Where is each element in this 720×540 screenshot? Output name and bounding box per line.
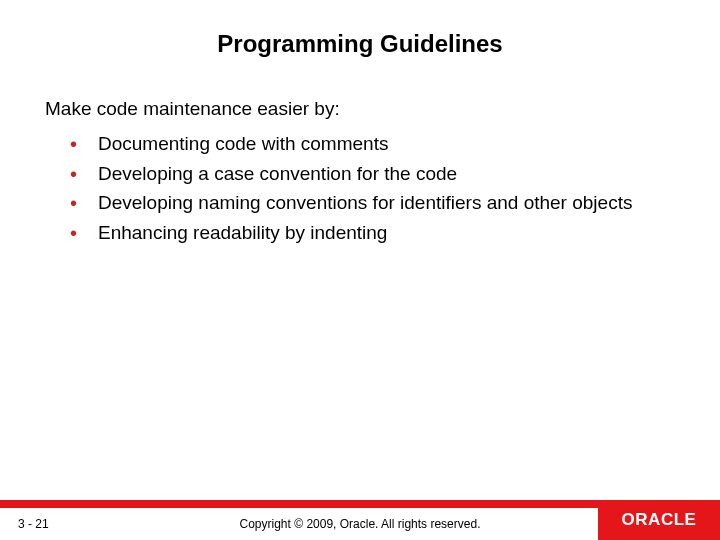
list-item: Documenting code with comments — [70, 130, 675, 158]
list-item: Developing a case convention for the cod… — [70, 160, 675, 188]
oracle-logo: ORACLE — [598, 500, 720, 540]
oracle-logo-text: ORACLE — [622, 510, 697, 530]
intro-text: Make code maintenance easier by: — [45, 98, 675, 120]
footer: 3 - 21 Copyright © 2009, Oracle. All rig… — [0, 500, 720, 540]
slide-title: Programming Guidelines — [0, 30, 720, 58]
list-item: Developing naming conventions for identi… — [70, 189, 675, 217]
slide-content: Make code maintenance easier by: Documen… — [0, 98, 720, 540]
bullet-list: Documenting code with comments Developin… — [45, 130, 675, 246]
page-number: 3 - 21 — [18, 517, 49, 531]
slide: Programming Guidelines Make code mainten… — [0, 0, 720, 540]
list-item: Enhancing readability by indenting — [70, 219, 675, 247]
footer-row: 3 - 21 Copyright © 2009, Oracle. All rig… — [0, 508, 720, 540]
